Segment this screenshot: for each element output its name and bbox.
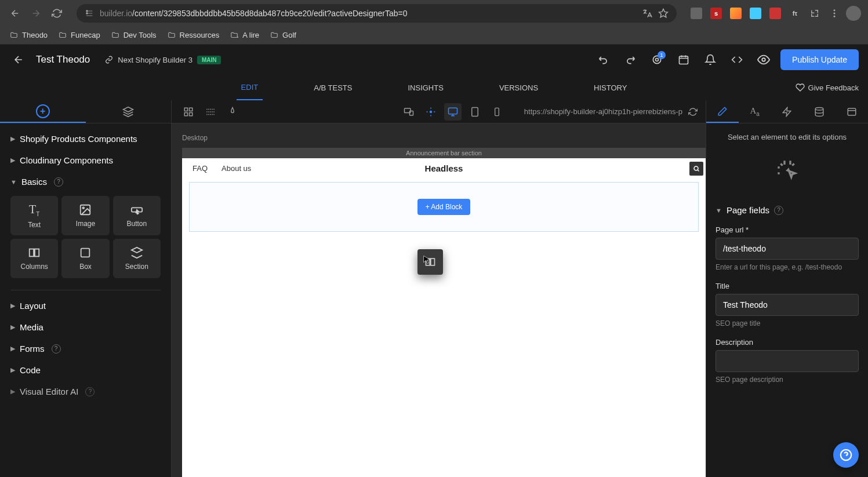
section-basics[interactable]: ▼Basics?: [0, 171, 171, 192]
tab-edit[interactable]: EDIT: [237, 75, 263, 100]
extension-icon[interactable]: [728, 5, 744, 21]
canvas-area: https://shopify-builder-aj0hizp1h-pierre…: [172, 100, 706, 477]
add-block-button[interactable]: + Add Block: [417, 199, 471, 215]
reload-preview-icon[interactable]: [688, 107, 698, 116]
heart-icon: [796, 83, 805, 92]
desktop-device-button[interactable]: [444, 103, 462, 121]
browser-url-bar[interactable]: builder.io/content/329853dbbddbb45b58d8d…: [77, 4, 677, 23]
bookmark-folder[interactable]: Theodo: [9, 31, 48, 39]
tab-history[interactable]: HISTORY: [589, 75, 631, 100]
svg-rect-18: [184, 108, 187, 111]
help-icon[interactable]: ?: [85, 387, 95, 396]
section-forms[interactable]: ▶Forms?: [0, 338, 171, 359]
browser-profile-avatar[interactable]: [846, 6, 861, 21]
section-layout[interactable]: ▶Layout: [0, 295, 171, 316]
page-url-input[interactable]: [716, 238, 859, 260]
breadcrumb[interactable]: Next Shopify Builder 3 MAIN: [105, 56, 221, 64]
image-icon: [79, 203, 92, 216]
undo-button[interactable]: [594, 50, 613, 70]
svg-point-30: [816, 107, 824, 110]
bookmark-folder[interactable]: Ressources: [167, 31, 220, 39]
publish-button[interactable]: Publish Update: [780, 49, 859, 70]
bookmark-folder[interactable]: A lire: [230, 31, 259, 39]
block-image[interactable]: Image: [61, 196, 109, 235]
section-visual-editor-ai[interactable]: ▶Visual Editor AI?: [0, 381, 171, 402]
right-tab-typography[interactable]: Aa: [739, 100, 771, 123]
preview-nav-link[interactable]: FAQ: [193, 164, 208, 173]
chevron-right-icon: ▶: [10, 366, 15, 374]
section-shopify[interactable]: ▶Shopify Products Components: [0, 128, 171, 150]
help-icon[interactable]: ?: [52, 344, 61, 354]
preview-button[interactable]: [754, 50, 773, 70]
feedback-link[interactable]: Give Feedback: [796, 83, 859, 92]
browser-menu-icon[interactable]: [826, 5, 842, 21]
bolt-icon: [782, 107, 792, 117]
redo-button[interactable]: [620, 50, 640, 70]
code-button[interactable]: [727, 50, 747, 70]
extension-icon[interactable]: [688, 5, 704, 21]
fit-button[interactable]: [422, 103, 440, 121]
block-section[interactable]: Section: [113, 239, 161, 278]
targeting-button[interactable]: 1: [647, 50, 667, 70]
performance-button[interactable]: [224, 103, 241, 121]
preview-nav-link[interactable]: About us: [221, 164, 251, 173]
right-tab-animate[interactable]: [771, 100, 804, 123]
right-tab-data[interactable]: [803, 100, 836, 123]
browser-reload-button[interactable]: [49, 5, 65, 21]
extension-icon[interactable]: fτ: [787, 5, 803, 21]
ruler-toggle-button[interactable]: [202, 103, 219, 121]
preview-frame[interactable]: Announcement bar section FAQ About us He…: [182, 148, 706, 477]
canvas-drop-zone[interactable]: + Add Block: [189, 182, 699, 232]
title-label: Title: [716, 282, 859, 290]
page-fields-header[interactable]: ▼ Page fields ?: [716, 205, 859, 215]
notifications-button[interactable]: [700, 50, 720, 70]
bookmark-folder[interactable]: Golf: [270, 31, 296, 39]
description-input[interactable]: [716, 350, 859, 372]
extensions-puzzle-icon[interactable]: [807, 5, 823, 21]
svg-rect-31: [848, 108, 856, 115]
block-columns[interactable]: Columns: [10, 239, 58, 278]
title-input[interactable]: [716, 294, 859, 316]
schedule-button[interactable]: [674, 50, 693, 70]
extension-icon[interactable]: s: [708, 5, 724, 21]
grid-toggle-button[interactable]: [180, 103, 197, 121]
extension-icon[interactable]: [747, 5, 764, 21]
right-tab-more[interactable]: [836, 100, 868, 123]
svg-rect-25: [448, 108, 457, 114]
browser-back-button[interactable]: [7, 5, 23, 21]
preview-search-button[interactable]: [689, 162, 703, 176]
site-info-icon[interactable]: [85, 9, 94, 18]
block-button[interactable]: Button: [113, 196, 161, 235]
translate-icon[interactable]: [642, 8, 652, 19]
help-fab-button[interactable]: [833, 442, 859, 468]
panel-icon: [847, 107, 857, 117]
browser-forward-button[interactable]: [28, 5, 44, 21]
tab-abtests[interactable]: A/B TESTS: [309, 75, 357, 100]
left-tab-insert[interactable]: +: [0, 100, 86, 123]
tab-versions[interactable]: VERSIONS: [495, 75, 543, 100]
browser-url-text: builder.io/content/329853dbbddbb45b58d8d…: [100, 9, 636, 18]
app-back-button[interactable]: [9, 50, 28, 69]
block-text[interactable]: TTText: [10, 196, 58, 235]
bookmark-star-icon[interactable]: [658, 8, 669, 19]
section-code[interactable]: ▶Code: [0, 359, 171, 381]
left-tab-layers[interactable]: [86, 100, 172, 123]
database-icon: [814, 107, 825, 117]
tab-insights[interactable]: INSIGHTS: [403, 75, 448, 100]
tablet-device-button[interactable]: [466, 103, 484, 121]
svg-point-1: [86, 13, 88, 14]
right-tab-style[interactable]: [706, 100, 739, 123]
bookmark-folder[interactable]: Funecap: [58, 31, 100, 39]
section-media[interactable]: ▶Media: [0, 316, 171, 338]
section-cloudinary[interactable]: ▶Cloudinary Components: [0, 150, 171, 171]
extension-icon[interactable]: [767, 5, 783, 21]
mobile-device-button[interactable]: [488, 103, 506, 121]
description-hint: SEO page description: [716, 376, 859, 384]
block-box[interactable]: Box: [61, 239, 109, 278]
canvas-preview-url[interactable]: https://shopify-builder-aj0hizp1h-pierre…: [524, 107, 682, 116]
svg-point-9: [762, 58, 765, 61]
bookmark-folder[interactable]: Dev Tools: [111, 31, 157, 39]
help-icon[interactable]: ?: [774, 206, 783, 215]
responsive-auto-button[interactable]: [400, 103, 417, 121]
help-icon[interactable]: ?: [54, 177, 63, 187]
